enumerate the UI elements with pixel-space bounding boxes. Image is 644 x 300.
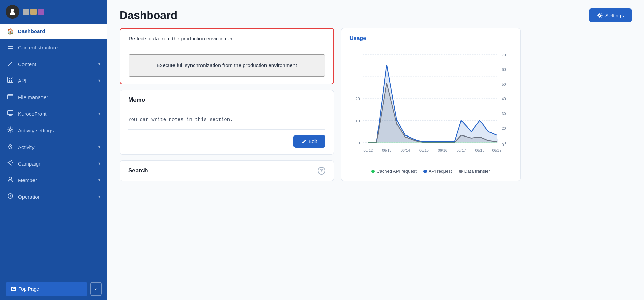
search-card: Search ? [120,160,334,181]
legend-cached-api-label: Cached API request [376,169,417,174]
svg-text:06/18: 06/18 [475,148,485,152]
svg-rect-8 [11,80,12,82]
legend-api-request: API request [423,169,452,174]
svg-text:0: 0 [502,142,504,147]
svg-text:20: 20 [355,97,360,101]
svg-text:06/12: 06/12 [363,148,373,152]
legend-cached-api: Cached API request [371,169,417,174]
memo-card: Memo You can write notes in this section… [120,90,334,155]
campaign-icon [7,160,14,167]
svg-point-12 [10,146,11,147]
svg-text:70: 70 [502,53,506,57]
memo-card-body: You can write notes in this section. Edi… [120,110,334,154]
edit-pencil-icon [302,139,307,144]
top-page-button[interactable]: Top Page [6,282,87,296]
content-structure-icon [7,44,14,51]
home-icon: 🏠 [7,28,14,35]
operation-icon [7,193,14,200]
svg-text:06/14: 06/14 [401,148,410,152]
usage-card: Usage 20 10 0 70 [341,28,521,181]
member-icon [7,176,14,184]
svg-text:30: 30 [502,111,506,115]
svg-text:06/19: 06/19 [492,148,501,152]
content-chevron-icon: ▾ [98,62,100,66]
svg-rect-3 [8,48,13,49]
sidebar-item-content[interactable]: Content ▾ [0,56,107,72]
sidebar-label-campaign: Campaign [18,161,94,167]
svg-rect-4 [8,77,13,83]
main-body: Reflects data from the production enviro… [107,28,644,300]
campaign-chevron-icon: ▾ [98,161,100,166]
sidebar-label-file-manager: File manager [18,94,100,100]
sync-button[interactable]: Execute full synchronization from the pr… [129,54,325,77]
sidebar-label-dashboard: Dashboard [18,28,100,34]
svg-rect-10 [8,111,13,115]
sidebar-item-api[interactable]: API ▾ [0,72,107,89]
main-content: Dashboard Settings Reflects data from th… [107,0,644,300]
main-right: Usage 20 10 0 70 [341,28,521,292]
svg-text:60: 60 [502,67,506,72]
color-dot-2 [30,9,37,15]
svg-text:40: 40 [502,97,506,101]
usage-chart: 20 10 0 70 60 50 40 30 20 10 0 06/12 [349,47,512,165]
svg-rect-5 [9,78,10,79]
edit-button[interactable]: Edit [293,135,325,148]
search-card-title: Search [128,167,148,174]
svg-rect-1 [8,45,13,45]
sidebar-label-content-structure: Content structure [18,45,100,50]
edit-label: Edit [309,139,317,144]
production-sync-card: Reflects data from the production enviro… [120,28,334,84]
settings-gear-icon [597,13,603,18]
content-icon [7,60,14,68]
sidebar-label-operation: Operation [18,194,94,200]
sidebar-nav: 🏠 Dashboard Content structure Content ▾ [0,24,107,278]
api-request-dot [423,170,427,173]
kurocofront-icon [7,110,14,118]
svg-text:06/15: 06/15 [419,148,429,152]
memo-text: You can write notes in this section. [128,117,325,130]
sidebar-header [0,0,107,24]
activity-icon [7,143,14,151]
usage-title: Usage [349,35,512,41]
sidebar-item-content-structure[interactable]: Content structure [0,39,107,56]
sidebar-collapse-button[interactable]: ‹ [90,282,102,296]
svg-rect-7 [9,80,10,82]
main-left: Reflects data from the production enviro… [120,28,334,292]
color-dots [23,9,44,15]
activity-chevron-icon: ▾ [98,144,100,149]
svg-text:10: 10 [355,119,360,123]
svg-point-11 [9,129,11,131]
sidebar-item-operation[interactable]: Operation ▾ [0,188,107,205]
kurocofront-chevron-icon: ▾ [98,111,100,116]
file-manager-icon [7,93,14,101]
api-chevron-icon: ▾ [98,78,100,83]
sidebar-item-activity-settings[interactable]: Activity settings [0,122,107,139]
sidebar-item-campaign[interactable]: Campaign ▾ [0,155,107,172]
svg-point-14 [599,15,601,17]
memo-card-footer: Edit [128,135,325,148]
settings-button[interactable]: Settings [589,8,632,22]
cached-api-dot [371,170,375,173]
legend-data-transfer: Data transfer [459,169,490,174]
sidebar-label-activity: Activity [18,144,94,150]
legend-api-request-label: API request [429,169,452,174]
production-notice-text: Reflects data from the production enviro… [129,36,325,47]
sidebar-item-member[interactable]: Member ▾ [0,172,107,188]
svg-text:06/13: 06/13 [382,148,391,152]
help-icon[interactable]: ? [318,167,325,175]
production-sync-card-inner: Reflects data from the production enviro… [120,29,333,84]
sidebar-label-content: Content [18,61,94,67]
color-dot-1 [23,9,29,15]
sidebar-item-file-manager[interactable]: File manager [0,89,107,105]
svg-text:50: 50 [502,82,506,86]
svg-text:0: 0 [357,141,360,145]
svg-rect-2 [8,46,13,47]
chart-container: 20 10 0 70 60 50 40 30 20 10 0 06/12 [349,47,512,165]
search-card-header: Search ? [120,161,334,181]
sidebar-item-kurocofront[interactable]: KurocoFront ▾ [0,105,107,122]
svg-point-13 [9,177,12,180]
sidebar-item-activity[interactable]: Activity ▾ [0,139,107,155]
api-icon [7,77,14,84]
app-logo [6,5,19,19]
sidebar-item-dashboard[interactable]: 🏠 Dashboard [0,24,107,39]
